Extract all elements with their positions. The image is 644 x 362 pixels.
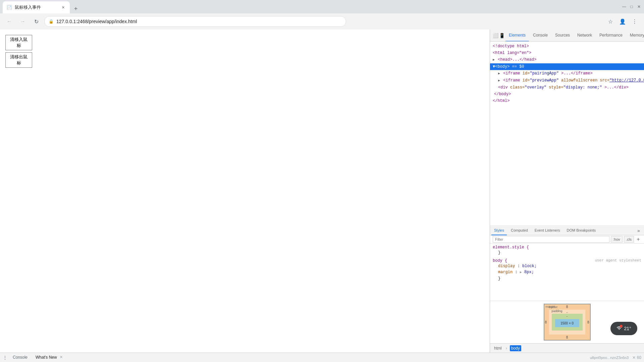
styles-more-icon[interactable]: » <box>635 227 643 235</box>
status-left: ⋮ Console What's New ✕ <box>3 353 65 362</box>
forward-button[interactable]: → <box>17 16 28 27</box>
border-label: border <box>549 305 558 309</box>
tab-title: 鼠标移入事件 <box>15 4 58 10</box>
maximize-button[interactable]: □ <box>629 4 634 9</box>
console-tab[interactable]: Console <box>10 353 30 362</box>
status-right-text: u8pnl9pno...nznZ3n6n3 ✕ 60 <box>590 355 641 360</box>
page-content: 清移入鼠标 清移出鼠标 <box>0 29 490 353</box>
close-button[interactable]: ✕ <box>637 4 641 9</box>
whats-new-tab[interactable]: What's New ✕ <box>33 353 65 362</box>
code-text: <head>...</head> <box>498 57 536 62</box>
profile-button[interactable]: 👤 <box>617 16 628 27</box>
code-line-html[interactable]: <html lang="en"> <box>490 50 644 56</box>
devtools-device-icon[interactable]: 📱 <box>499 32 505 40</box>
devtools-bottom-bar: html › body <box>490 343 644 353</box>
code-line-head[interactable]: ▶ <head>...</head> <box>490 56 644 63</box>
mouseout-button[interactable]: 清移出鼠标 <box>5 52 32 68</box>
reload-button[interactable]: ↻ <box>31 16 42 27</box>
console-tab-label: Console <box>13 355 28 360</box>
body-selector: body { <box>493 258 507 263</box>
code-line-doctype[interactable]: <!doctype html> <box>490 43 644 50</box>
padding-label: padding <box>552 309 562 313</box>
new-tab-button[interactable]: + <box>71 4 80 13</box>
brace-text: } <box>498 276 500 281</box>
code-text: </body> <box>494 92 511 97</box>
wifi-error-dot <box>620 325 623 327</box>
add-style-button[interactable]: + <box>635 236 641 242</box>
mousein-button[interactable]: 清移入鼠标 <box>5 35 32 50</box>
tab-close-button[interactable]: ✕ <box>60 5 66 10</box>
tab-console[interactable]: Console <box>530 29 551 42</box>
code-text: "overlay" <box>525 85 546 90</box>
code-text: "previewApp" <box>530 78 558 83</box>
content-size: 1500 × 0 <box>560 321 574 325</box>
tab-performance[interactable]: Performance <box>596 29 626 42</box>
tab-sources[interactable]: Sources <box>552 29 573 42</box>
element-style-rule: element.style { } <box>493 245 641 256</box>
code-line-body-close[interactable]: </body> <box>490 91 644 98</box>
devtools-select-icon[interactable]: ⬜ <box>493 32 498 40</box>
code-line-pairing[interactable]: ▶ <iframe id="pairingApp" >...</iframe> <box>490 70 644 77</box>
code-text: <html lang="en"> <box>493 51 531 55</box>
prop-value: block; <box>522 264 537 268</box>
devtools-menu-icon[interactable]: ⋮ <box>3 355 7 360</box>
address-bar[interactable]: 🔒 127.0.0.1:2468/preview/app/index.html <box>44 16 346 27</box>
code-text: >...</div> <box>604 85 629 90</box>
styles-tab-dom-breakpoints[interactable]: DOM Breakpoints <box>564 226 599 235</box>
wifi-badge: 21° <box>610 322 637 335</box>
code-text: <!doctype html> <box>493 44 529 49</box>
cls-filter-button[interactable]: .cls <box>624 236 634 243</box>
breadcrumb-body[interactable]: body <box>510 345 521 351</box>
code-line-overlay[interactable]: <div class="overlay" style="display: non… <box>490 84 644 91</box>
code-text: style= <box>549 85 563 90</box>
tab-favicon: 📄 <box>7 5 12 10</box>
margin-prop: margin : ▶ 8px; <box>493 269 641 276</box>
tab-network[interactable]: Network <box>574 29 595 42</box>
styles-content: element.style { } body { user agent styl… <box>490 244 644 301</box>
hov-filter-button[interactable]: :hov <box>611 236 623 243</box>
expand-triangle: ▶ <box>520 270 522 274</box>
active-tab[interactable]: 📄 鼠标移入事件 ✕ <box>3 1 70 13</box>
browser-content: 清移入鼠标 清移出鼠标 <box>0 29 490 353</box>
code-line-preview[interactable]: ▶ <iframe id="previewApp" allowfullscree… <box>490 77 644 84</box>
styles-tab-styles[interactable]: Styles <box>491 226 507 235</box>
code-text: "pairingApp" <box>530 71 558 76</box>
expand-icon: ▶ <box>498 72 500 75</box>
back-button[interactable]: ← <box>4 16 15 27</box>
status-bar: ⋮ Console What's New ✕ u8pnl9pno...nznZ3… <box>0 353 644 362</box>
code-line-html-close[interactable]: </html> <box>490 98 644 104</box>
styles-filter-input[interactable] <box>493 236 609 243</box>
margin-bottom-val: 8 <box>566 336 568 339</box>
code-line-body[interactable]: ▼<body> == $0 <box>490 63 644 70</box>
whats-new-close[interactable]: ✕ <box>60 355 63 359</box>
elements-panel[interactable]: <!doctype html> <html lang="en"> ▶ <head… <box>490 42 644 226</box>
styles-tab-event-listeners[interactable]: Event Listeners <box>532 226 563 235</box>
style-close-brace: } <box>493 250 641 256</box>
menu-button[interactable]: ⋮ <box>629 16 640 27</box>
window-controls: — □ ✕ <box>622 4 641 9</box>
rule-close-brace: } <box>493 276 641 282</box>
devtools-body: <!doctype html> <html lang="en"> ▶ <head… <box>490 42 644 343</box>
devtools-tabs: ⬜ 📱 Elements Console Sources Network Per… <box>490 29 644 42</box>
content-layer: 1500 × 0 <box>555 319 579 327</box>
tab-memory[interactable]: Memory <box>627 29 644 42</box>
tab-elements[interactable]: Elements <box>505 29 529 42</box>
minimize-button[interactable]: — <box>622 4 627 9</box>
styles-tab-computed[interactable]: Computed <box>508 226 531 235</box>
tab-bar: 📄 鼠标移入事件 ✕ + <box>3 0 622 13</box>
main-area: 清移入鼠标 清移出鼠标 ⬜ 📱 Elements Console Sources… <box>0 29 644 353</box>
padding-val: - <box>567 314 568 318</box>
code-text: <iframe <box>503 78 520 83</box>
wifi-icon <box>616 325 622 332</box>
nav-right-controls: ☆ 👤 ⋮ <box>605 16 640 27</box>
code-text: <iframe <box>503 71 520 76</box>
code-text: id= <box>523 78 530 83</box>
expand-icon: ▶ <box>493 58 495 62</box>
bookmark-button[interactable]: ☆ <box>605 16 616 27</box>
temperature-display: 21° <box>624 326 631 331</box>
prop-colon: : <box>518 264 522 268</box>
prop-name: margin <box>498 270 513 275</box>
style-origin: user agent stylesheet <box>595 258 641 262</box>
breadcrumb-html[interactable]: html <box>493 345 503 351</box>
code-text: "http://127.0.0.1:2468/content/Dz5_8uOLj… <box>609 78 644 83</box>
